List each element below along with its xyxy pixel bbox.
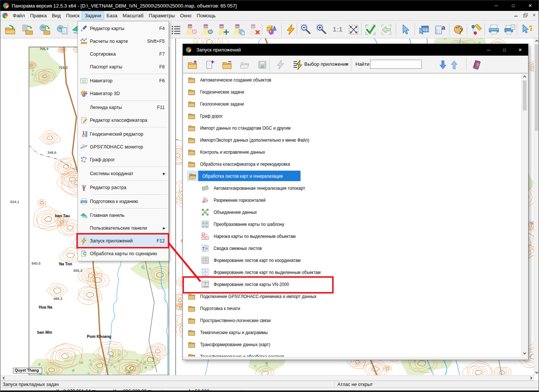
menu-item[interactable]: СортировкаF7: [78, 48, 169, 61]
app-list-item[interactable]: Нарезка карты по выделенным объектам: [183, 230, 528, 242]
select-cursor-button[interactable]: [398, 23, 412, 36]
menubar-item-active[interactable]: Задачи: [82, 12, 104, 20]
app-list-item[interactable]: Разрежение горизонталей: [183, 194, 528, 206]
find-previous-button[interactable]: [448, 59, 460, 71]
print-button[interactable]: [487, 23, 501, 36]
open-list-button[interactable]: [239, 59, 251, 71]
menu-item[interactable]: Граф дорог: [78, 153, 169, 166]
picker-dropdown-caret[interactable]: ▼: [345, 63, 348, 66]
menu-item[interactable]: Запуск приложенийF12: [78, 235, 169, 247]
dialog-scroll-up-button[interactable]: [522, 74, 528, 79]
dialog-scroll-down-button[interactable]: [522, 351, 528, 356]
find-next-button[interactable]: [437, 59, 449, 71]
app-list-item[interactable]: Трансформирование данных (карт): [183, 338, 528, 350]
app-list-item[interactable]: Геодезические задачи: [183, 86, 528, 98]
horizontal-scrollbar[interactable]: [0, 375, 534, 381]
app-list-item[interactable]: Формирование листов карт по выделенным о…: [183, 266, 528, 278]
run-lightning-button[interactable]: [284, 23, 298, 36]
menu-item[interactable]: Обработка карты по сценарию: [78, 247, 169, 260]
apply-check-button[interactable]: [364, 23, 377, 36]
menu-item[interactable]: Легенда картыF11: [78, 101, 169, 114]
zoom-select-button[interactable]: [347, 23, 360, 36]
menubar-item-item[interactable]: Помощь: [194, 12, 218, 20]
menu-item[interactable]: НавигаторF6: [78, 74, 169, 87]
dialog-scrollbar[interactable]: [521, 74, 527, 356]
find-area-button[interactable]: [185, 23, 199, 36]
dialog-close-button[interactable]: ✕: [512, 44, 528, 56]
application-picker-button[interactable]: [292, 59, 304, 71]
menubar-item-item[interactable]: Вид: [49, 12, 64, 20]
help-cursor-button[interactable]: [519, 23, 533, 36]
mdi-minimize-button[interactable]: [513, 12, 519, 18]
menu-item[interactable]: Геодезический редактор: [78, 128, 169, 141]
minimize-button[interactable]: ─: [488, 0, 505, 11]
app-list-item[interactable]: Формирование листов карты VN-2000: [183, 278, 528, 290]
mdi-close-button[interactable]: ✕: [531, 12, 537, 18]
app-list-item[interactable]: Импорт данных по стандартам OGC и другим: [183, 122, 528, 134]
app-list-item[interactable]: Объединение данных: [183, 206, 528, 218]
menu-item[interactable]: Редактор картыF4: [78, 22, 169, 35]
scroll-left-button[interactable]: [1, 375, 6, 380]
menu-item[interactable]: Главная панель: [78, 209, 169, 222]
scroll-right-button[interactable]: [529, 375, 534, 380]
dialog-scroll-thumb[interactable]: [523, 80, 527, 110]
new-application-button[interactable]: [203, 59, 216, 71]
scroll-down-button[interactable]: [534, 370, 539, 375]
menubar-item-item[interactable]: Поиск: [63, 12, 82, 20]
mdi-restore-button[interactable]: [522, 12, 528, 18]
select-table-button[interactable]: [417, 23, 431, 36]
menu-item[interactable]: Навигатор 3D: [78, 87, 169, 100]
maximize-button[interactable]: □: [505, 0, 522, 11]
app-list-item[interactable]: Геологические задачи: [183, 98, 528, 110]
app-list-item[interactable]: Импорт/Экспорт данных (дополнительно к м…: [183, 134, 528, 146]
menubar-item-item[interactable]: Правка: [27, 12, 49, 20]
server-import-button[interactable]: [21, 23, 34, 36]
app-list-item[interactable]: Автоматизированная генерализация топокар…: [183, 182, 528, 194]
globe-import-button[interactable]: [38, 23, 52, 36]
app-list-item[interactable]: Граф дорог: [183, 110, 528, 122]
zoom-out-button[interactable]: [299, 23, 313, 36]
menu-item[interactable]: Паспорт картыF8: [78, 61, 169, 73]
vscroll-thumb[interactable]: [535, 44, 538, 131]
dialog-minimize-button[interactable]: ─: [481, 44, 496, 56]
menu-item[interactable]: Системы координат▶: [78, 167, 169, 180]
find-plus-button[interactable]: [217, 23, 230, 36]
run-application-button[interactable]: [274, 59, 286, 71]
search-input[interactable]: [370, 60, 422, 69]
app-list-item[interactable]: Формирование листов карт по координатам: [183, 254, 528, 266]
menubar-item-item[interactable]: Масштаб: [120, 12, 146, 20]
menubar-item-item[interactable]: Окно: [178, 12, 194, 20]
app-list-item[interactable]: Тематические карты и диаграммы: [183, 326, 528, 338]
palette-button[interactable]: [452, 23, 465, 36]
dialog-maximize-button[interactable]: □: [496, 44, 512, 56]
new-folder-button[interactable]: [186, 59, 198, 71]
app-list-item[interactable]: Сводка смежных листов: [183, 242, 528, 254]
print-document-button[interactable]: [503, 23, 516, 36]
app-list-item[interactable]: Трансформирование и обработка растров: [183, 350, 528, 357]
app-list-item[interactable]: Автоматическое создание объектов: [183, 74, 528, 86]
vertical-scrollbar[interactable]: [534, 38, 539, 375]
zoom-in-button[interactable]: [315, 23, 329, 36]
help-button[interactable]: [471, 59, 483, 71]
app-list-item[interactable]: Подключение GPS\ГЛОНАСС-приемника и импо…: [183, 290, 528, 302]
app-list-item[interactable]: Преобразование карты по шаблону: [183, 218, 528, 230]
menubar-item-item[interactable]: Файл: [10, 12, 27, 20]
route-measure-button[interactable]: [469, 23, 483, 36]
menu-item[interactable]: GPS\ГЛОНАСС монитор: [78, 141, 169, 153]
close-button[interactable]: ✕: [522, 0, 539, 11]
menubar-item-item[interactable]: База: [104, 12, 120, 20]
menu-item[interactable]: Расчеты по картеShift+F5: [78, 35, 169, 48]
list-button[interactable]: [169, 23, 183, 36]
app-list-item[interactable]: Подготовка к печати: [183, 302, 528, 314]
find-polygon-button[interactable]: [201, 23, 214, 36]
object-card-button[interactable]: [433, 23, 446, 36]
scale-1-1-button[interactable]: 1:1: [331, 23, 345, 36]
app-list-item[interactable]: Контроль и исправление данных: [183, 146, 528, 158]
app-list-item[interactable]: Обработка классификатора и перекодировка: [183, 158, 528, 170]
scroll-up-button[interactable]: [534, 38, 539, 43]
picker-label[interactable]: Выбор приложения: [304, 61, 348, 67]
menu-item[interactable]: Пользовательские панели▶: [78, 222, 169, 235]
menubar-item-item[interactable]: Параметры: [146, 12, 178, 20]
find-cancel-button[interactable]: [248, 23, 262, 36]
shapes-3d-button[interactable]: [264, 23, 278, 36]
